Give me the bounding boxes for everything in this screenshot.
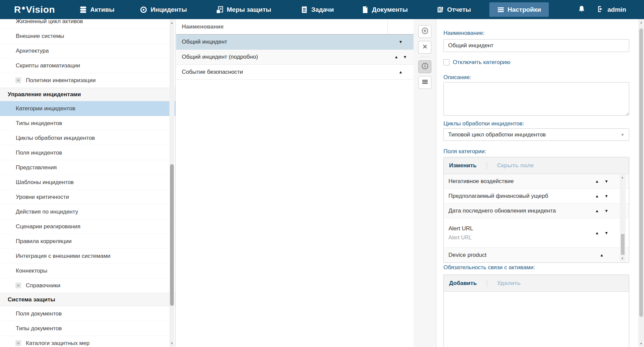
settings-nav-sidebar: Жизненный цикл активов Внешние системы А… — [0, 19, 176, 347]
sidebar-section-protection-system: Система защиты — [0, 293, 175, 306]
scroll-down-icon[interactable]: ▼ — [169, 341, 174, 346]
move-down-icon[interactable]: ▼ — [403, 55, 407, 59]
sidebar-item-incident-fields[interactable]: Поля инцидентов — [0, 146, 175, 160]
notifications-button[interactable] — [578, 0, 586, 19]
move-up-icon[interactable]: ▲ — [399, 70, 403, 74]
sidebar-item-criticality-levels[interactable]: Уровни критичности — [0, 190, 175, 205]
logout-button[interactable]: admin — [596, 0, 626, 19]
sidebar-item-connectors[interactable]: Коннекторы — [0, 264, 175, 278]
field-row-estimated-damage[interactable]: Предполагаемый финансовый ущерб ▲▼ — [444, 189, 629, 204]
move-down-icon[interactable]: ▼ — [604, 231, 608, 235]
info-circle-icon — [421, 62, 429, 71]
rvision-logo[interactable]: R●Vision — [14, 0, 55, 19]
sidebar-item-directories[interactable]: +Справочники — [0, 278, 175, 293]
nav-item-incidents[interactable]: Инциденты — [140, 0, 187, 19]
sidebar-item-views[interactable]: Представления — [0, 160, 175, 175]
move-up-icon[interactable]: ▲ — [595, 194, 599, 198]
form-panel-scrollbar[interactable]: ▲ ▼ — [638, 19, 644, 347]
nav-item-documents[interactable]: Документы — [361, 0, 408, 19]
sidebar-item-protection-catalogs[interactable]: +Каталоги защитных мер — [0, 336, 175, 347]
move-up-icon[interactable]: ▲ — [595, 209, 599, 213]
sidebar-item-incident-types[interactable]: Типы инцидентов — [0, 116, 175, 131]
add-circle-icon — [421, 27, 429, 36]
move-up-icon[interactable]: ▲ — [595, 179, 599, 183]
move-up-icon[interactable]: ▲ — [595, 231, 599, 235]
hide-field-button[interactable]: Скрыть поле — [497, 162, 534, 169]
scroll-down-icon[interactable]: ▼ — [638, 341, 644, 346]
actions-divider — [487, 162, 487, 169]
list-view-button[interactable] — [418, 76, 431, 89]
description-textarea[interactable] — [443, 82, 629, 116]
table-toolbar — [414, 19, 436, 347]
sidebar-item-incident-cycles[interactable]: Циклы обработки инцидентов — [0, 131, 175, 146]
table-row-security-event[interactable]: Событие безопасности ▲ — [176, 65, 414, 80]
sidebar-item-response-scenarios[interactable]: Сценарии реагирования — [0, 219, 175, 234]
cycles-select[interactable]: Типовой цикл обработки инцидентов ▼ — [443, 128, 629, 141]
sidebar-item-asset-lifecycle[interactable]: Жизненный цикл активов — [0, 19, 175, 29]
nav-item-reports[interactable]: Отчеты — [436, 0, 471, 19]
sidebar-item-external-systems[interactable]: Внешние системы — [0, 29, 175, 44]
column-header-name[interactable]: Наименование — [182, 23, 224, 30]
field-row-device-product[interactable]: Device product ▲ — [444, 248, 629, 263]
scroll-up-icon[interactable]: ▲ — [169, 20, 174, 25]
sidebar-item-incident-templates[interactable]: Шаблоны инцидентов — [0, 175, 175, 190]
name-input[interactable] — [443, 39, 629, 52]
scrollbar-thumb[interactable] — [639, 28, 643, 317]
move-up-icon[interactable]: ▲ — [600, 253, 604, 257]
report-icon — [436, 6, 444, 14]
sidebar-item-correlation-rules[interactable]: Правила корреляции — [0, 234, 175, 249]
scroll-up-icon[interactable]: ▲ — [638, 20, 644, 25]
sidebar-item-inventory-policies[interactable]: +Политики инвентаризации — [0, 73, 175, 88]
move-down-icon[interactable]: ▼ — [604, 179, 608, 183]
scrollbar-thumb[interactable] — [170, 164, 174, 306]
sidebar-item-incident-actions[interactable]: Действия по инциденту — [0, 205, 175, 219]
nav-label: Документы — [372, 6, 408, 13]
column-divider — [387, 19, 388, 34]
cycles-label: Циклы обработки инцидентов: — [443, 120, 524, 127]
checkbox-icon[interactable] — [443, 59, 449, 65]
add-asset-link-button[interactable]: Добавить — [449, 280, 477, 287]
add-category-button[interactable] — [418, 25, 431, 38]
field-row-last-update-date[interactable]: Дата последнего обновления инцидента ▲▼ — [444, 204, 629, 218]
info-panel-button[interactable] — [418, 60, 431, 73]
toolbar-divider — [420, 57, 430, 57]
description-label: Описание: — [443, 74, 471, 81]
fields-list-scrollbar[interactable]: ▲ ▼ — [620, 174, 626, 262]
move-down-icon[interactable]: ▼ — [604, 194, 608, 198]
rvision-app: R●Vision Активы Инциденты Меры защиты За… — [0, 0, 644, 347]
field-row-alert-url[interactable]: Alert URL Alert URL ▲▼ — [444, 218, 629, 248]
nav-item-settings[interactable]: Настройки — [489, 2, 549, 17]
table-row-common-incident[interactable]: Общий инцидент ▼ — [176, 35, 414, 50]
sidebar-item-automation-scripts[interactable]: Скрипты автоматизации — [0, 58, 175, 73]
nav-item-assets[interactable]: Активы — [79, 0, 114, 19]
sidebar-item-external-integration[interactable]: Интеграция с внешними системами — [0, 249, 175, 264]
expand-plus-icon[interactable]: + — [15, 340, 21, 346]
delete-category-button[interactable] — [418, 41, 431, 54]
nav-item-protection-measures[interactable]: Меры защиты — [216, 0, 271, 19]
sidebar-item-incident-categories[interactable]: Категории инцидентов — [0, 101, 175, 116]
nav-item-tasks[interactable]: Задачи — [300, 0, 334, 19]
field-row-negative-impact[interactable]: Негативное воздействие ▲▼ — [444, 174, 629, 189]
expand-plus-icon[interactable]: + — [15, 283, 21, 288]
sidebar-scrollbar[interactable]: ▲ ▼ — [169, 19, 174, 347]
move-up-icon[interactable]: ▲ — [394, 55, 398, 59]
asset-link-panel: Добавить Удалить — [443, 275, 629, 347]
scroll-down-icon[interactable]: ▼ — [620, 256, 625, 261]
nav-label: Отчеты — [447, 6, 471, 13]
nav-label: Активы — [90, 6, 114, 13]
move-down-icon[interactable]: ▼ — [399, 40, 403, 44]
disable-category-checkbox[interactable]: Отключить категорию — [443, 59, 511, 66]
sidebar-item-document-fields[interactable]: Поля документов — [0, 306, 175, 321]
bell-icon — [578, 5, 586, 14]
table-header[interactable]: Наименование — [176, 19, 414, 35]
sidebar-item-architecture[interactable]: Архитектура — [0, 44, 175, 58]
edit-field-button[interactable]: Изменить — [449, 162, 477, 169]
scrollbar-thumb[interactable] — [621, 234, 625, 255]
remove-asset-link-button[interactable]: Удалить — [497, 280, 521, 287]
expand-plus-icon[interactable]: + — [15, 77, 21, 83]
name-label: Наименование: — [443, 30, 485, 37]
scroll-up-icon[interactable]: ▲ — [620, 175, 625, 180]
table-row-common-incident-detailed[interactable]: Общий инцидент (подробно) ▲▼ — [176, 50, 414, 65]
move-down-icon[interactable]: ▼ — [604, 209, 608, 213]
sidebar-item-document-types[interactable]: Типы документов — [0, 321, 175, 336]
